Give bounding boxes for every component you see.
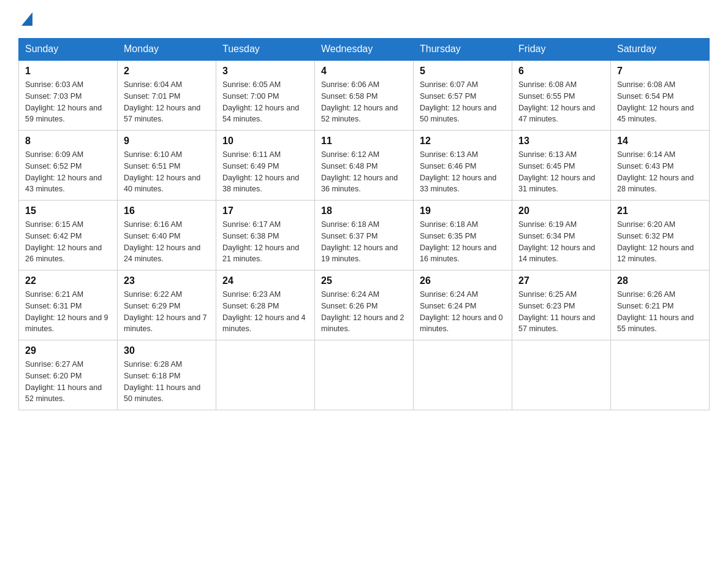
day-info: Sunrise: 6:20 AMSunset: 6:32 PMDaylight:… <box>617 219 703 265</box>
day-number: 26 <box>420 275 506 286</box>
calendar-cell: 22Sunrise: 6:21 AMSunset: 6:31 PMDayligh… <box>19 270 118 340</box>
calendar-cell <box>414 340 512 410</box>
day-number: 10 <box>222 136 308 147</box>
day-info: Sunrise: 6:11 AMSunset: 6:49 PMDaylight:… <box>222 149 308 195</box>
day-number: 3 <box>222 66 308 77</box>
day-number: 9 <box>124 136 210 147</box>
calendar-cell: 20Sunrise: 6:19 AMSunset: 6:34 PMDayligh… <box>512 201 611 270</box>
calendar-cell: 15Sunrise: 6:15 AMSunset: 6:42 PMDayligh… <box>19 201 118 270</box>
day-number: 25 <box>321 275 407 286</box>
calendar-cell: 23Sunrise: 6:22 AMSunset: 6:29 PMDayligh… <box>118 270 216 340</box>
week-row-2: 8Sunrise: 6:09 AMSunset: 6:52 PMDaylight… <box>19 131 710 201</box>
day-number: 14 <box>617 136 703 147</box>
calendar-cell: 19Sunrise: 6:18 AMSunset: 6:35 PMDayligh… <box>414 201 512 270</box>
calendar-cell: 16Sunrise: 6:16 AMSunset: 6:40 PMDayligh… <box>118 201 216 270</box>
day-header-row: SundayMondayTuesdayWednesdayThursdayFrid… <box>19 39 710 61</box>
day-number: 23 <box>124 275 210 286</box>
day-number: 6 <box>518 66 604 77</box>
day-number: 15 <box>25 205 111 216</box>
day-number: 1 <box>25 66 111 77</box>
calendar-cell: 7Sunrise: 6:08 AMSunset: 6:54 PMDaylight… <box>611 60 710 131</box>
day-header-monday: Monday <box>118 39 216 61</box>
calendar-cell <box>512 340 611 410</box>
day-info: Sunrise: 6:28 AMSunset: 6:18 PMDaylight:… <box>124 359 210 405</box>
day-number: 2 <box>124 66 210 77</box>
day-header-saturday: Saturday <box>611 39 710 61</box>
calendar-cell: 17Sunrise: 6:17 AMSunset: 6:38 PMDayligh… <box>216 201 315 270</box>
day-info: Sunrise: 6:13 AMSunset: 6:45 PMDaylight:… <box>518 149 604 195</box>
calendar-cell: 2Sunrise: 6:04 AMSunset: 7:01 PMDaylight… <box>118 60 216 131</box>
day-info: Sunrise: 6:12 AMSunset: 6:48 PMDaylight:… <box>321 149 407 195</box>
calendar-cell: 10Sunrise: 6:11 AMSunset: 6:49 PMDayligh… <box>216 131 315 201</box>
calendar-cell: 4Sunrise: 6:06 AMSunset: 6:58 PMDaylight… <box>315 60 414 131</box>
page-header <box>18 12 710 28</box>
day-header-sunday: Sunday <box>19 39 118 61</box>
day-number: 17 <box>222 205 308 216</box>
logo <box>18 12 38 28</box>
day-header-thursday: Thursday <box>414 39 512 61</box>
calendar-cell: 12Sunrise: 6:13 AMSunset: 6:46 PMDayligh… <box>414 131 512 201</box>
calendar-table: SundayMondayTuesdayWednesdayThursdayFrid… <box>18 38 710 410</box>
calendar-cell: 8Sunrise: 6:09 AMSunset: 6:52 PMDaylight… <box>19 131 118 201</box>
calendar-cell: 27Sunrise: 6:25 AMSunset: 6:23 PMDayligh… <box>512 270 611 340</box>
day-header-friday: Friday <box>512 39 611 61</box>
day-info: Sunrise: 6:08 AMSunset: 6:55 PMDaylight:… <box>518 79 604 125</box>
day-number: 21 <box>617 205 703 216</box>
calendar-cell: 18Sunrise: 6:18 AMSunset: 6:37 PMDayligh… <box>315 201 414 270</box>
day-header-wednesday: Wednesday <box>315 39 414 61</box>
calendar-cell: 13Sunrise: 6:13 AMSunset: 6:45 PMDayligh… <box>512 131 611 201</box>
calendar-cell: 24Sunrise: 6:23 AMSunset: 6:28 PMDayligh… <box>216 270 315 340</box>
day-number: 29 <box>25 345 111 356</box>
day-info: Sunrise: 6:05 AMSunset: 7:00 PMDaylight:… <box>222 79 308 125</box>
week-row-4: 22Sunrise: 6:21 AMSunset: 6:31 PMDayligh… <box>19 270 710 340</box>
day-number: 16 <box>124 205 210 216</box>
week-row-3: 15Sunrise: 6:15 AMSunset: 6:42 PMDayligh… <box>19 201 710 270</box>
calendar-cell: 25Sunrise: 6:24 AMSunset: 6:26 PMDayligh… <box>315 270 414 340</box>
day-number: 18 <box>321 205 407 216</box>
day-number: 11 <box>321 136 407 147</box>
day-info: Sunrise: 6:06 AMSunset: 6:58 PMDaylight:… <box>321 79 407 125</box>
day-info: Sunrise: 6:18 AMSunset: 6:37 PMDaylight:… <box>321 219 407 265</box>
day-info: Sunrise: 6:19 AMSunset: 6:34 PMDaylight:… <box>518 219 604 265</box>
day-number: 19 <box>420 205 506 216</box>
day-number: 28 <box>617 275 703 286</box>
day-info: Sunrise: 6:24 AMSunset: 6:24 PMDaylight:… <box>420 289 506 335</box>
day-info: Sunrise: 6:04 AMSunset: 7:01 PMDaylight:… <box>124 79 210 125</box>
day-info: Sunrise: 6:14 AMSunset: 6:43 PMDaylight:… <box>617 149 703 195</box>
day-number: 27 <box>518 275 604 286</box>
calendar-cell: 6Sunrise: 6:08 AMSunset: 6:55 PMDaylight… <box>512 60 611 131</box>
calendar-cell: 29Sunrise: 6:27 AMSunset: 6:20 PMDayligh… <box>19 340 118 410</box>
day-info: Sunrise: 6:18 AMSunset: 6:35 PMDaylight:… <box>420 219 506 265</box>
day-info: Sunrise: 6:21 AMSunset: 6:31 PMDaylight:… <box>25 289 111 335</box>
svg-marker-0 <box>21 12 32 26</box>
day-number: 7 <box>617 66 703 77</box>
week-row-5: 29Sunrise: 6:27 AMSunset: 6:20 PMDayligh… <box>19 340 710 410</box>
logo-triangle-icon <box>21 12 32 26</box>
day-info: Sunrise: 6:25 AMSunset: 6:23 PMDaylight:… <box>518 289 604 335</box>
day-number: 4 <box>321 66 407 77</box>
day-info: Sunrise: 6:03 AMSunset: 7:03 PMDaylight:… <box>25 79 111 125</box>
day-info: Sunrise: 6:24 AMSunset: 6:26 PMDaylight:… <box>321 289 407 335</box>
calendar-cell: 9Sunrise: 6:10 AMSunset: 6:51 PMDaylight… <box>118 131 216 201</box>
calendar-cell: 5Sunrise: 6:07 AMSunset: 6:57 PMDaylight… <box>414 60 512 131</box>
day-info: Sunrise: 6:15 AMSunset: 6:42 PMDaylight:… <box>25 219 111 265</box>
day-info: Sunrise: 6:17 AMSunset: 6:38 PMDaylight:… <box>222 219 308 265</box>
day-number: 12 <box>420 136 506 147</box>
day-number: 20 <box>518 205 604 216</box>
day-number: 8 <box>25 136 111 147</box>
day-info: Sunrise: 6:23 AMSunset: 6:28 PMDaylight:… <box>222 289 308 335</box>
calendar-cell: 3Sunrise: 6:05 AMSunset: 7:00 PMDaylight… <box>216 60 315 131</box>
calendar-cell: 14Sunrise: 6:14 AMSunset: 6:43 PMDayligh… <box>611 131 710 201</box>
day-number: 13 <box>518 136 604 147</box>
week-row-1: 1Sunrise: 6:03 AMSunset: 7:03 PMDaylight… <box>19 60 710 131</box>
day-info: Sunrise: 6:22 AMSunset: 6:29 PMDaylight:… <box>124 289 210 335</box>
day-number: 24 <box>222 275 308 286</box>
calendar-cell: 11Sunrise: 6:12 AMSunset: 6:48 PMDayligh… <box>315 131 414 201</box>
day-info: Sunrise: 6:07 AMSunset: 6:57 PMDaylight:… <box>420 79 506 125</box>
day-info: Sunrise: 6:16 AMSunset: 6:40 PMDaylight:… <box>124 219 210 265</box>
day-number: 30 <box>124 345 210 356</box>
calendar-cell <box>216 340 315 410</box>
calendar-cell: 21Sunrise: 6:20 AMSunset: 6:32 PMDayligh… <box>611 201 710 270</box>
calendar-cell: 1Sunrise: 6:03 AMSunset: 7:03 PMDaylight… <box>19 60 118 131</box>
day-info: Sunrise: 6:09 AMSunset: 6:52 PMDaylight:… <box>25 149 111 195</box>
